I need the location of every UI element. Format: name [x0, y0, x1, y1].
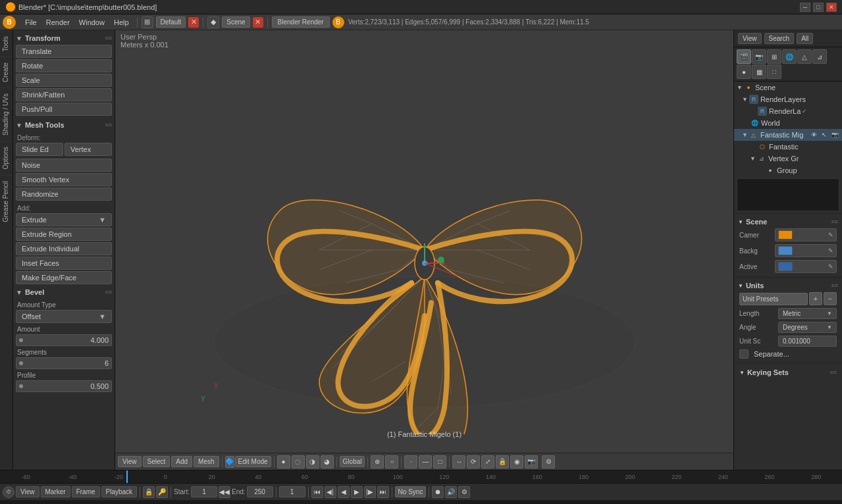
active-value[interactable]: ✎ — [775, 260, 837, 273]
rotate-button[interactable]: Rotate — [16, 59, 112, 72]
eye-icon-tree[interactable]: 👁 — [809, 130, 818, 139]
tl-audio-icon[interactable]: 🔊 — [445, 486, 457, 498]
bevel-header[interactable]: ▼ Bevel ≡≡ — [16, 287, 112, 299]
segments-input[interactable]: 6 — [16, 357, 112, 369]
render-icon-tree[interactable]: 📷 — [830, 130, 839, 139]
extrude-dropdown[interactable]: Extrude ▼ — [16, 213, 112, 226]
menu-help[interactable]: Help — [110, 17, 133, 28]
shading-solid-icon[interactable]: ● — [277, 455, 290, 468]
noise-button[interactable]: Noise — [16, 159, 112, 172]
tl-frame-button[interactable]: Frame — [72, 486, 100, 497]
smooth-vertex-button[interactable]: Smooth Vertex — [16, 173, 112, 186]
rp-all-button[interactable]: All — [797, 33, 813, 44]
scene-props-header[interactable]: ▼ Scene ≡≡ — [737, 216, 839, 227]
preset-remove-icon[interactable]: − — [824, 292, 837, 305]
profile-input[interactable]: 0.500 — [16, 380, 112, 392]
background-value[interactable]: ✎ — [775, 244, 837, 257]
vertex-select-icon[interactable]: · — [404, 455, 417, 468]
tree-item-fantastic[interactable]: ⬡ Fantastic — [734, 141, 842, 153]
vp-mesh-button[interactable]: Mesh — [194, 456, 219, 467]
tl-key-icon[interactable]: 🔑 — [156, 486, 168, 498]
tree-item-fantastic-mig[interactable]: ▼ △ Fantastic Mig 👁 ↖ 📷 — [734, 129, 842, 141]
slide-edge-button[interactable]: Slide Ed — [16, 143, 63, 156]
unit-scale-value[interactable]: 0.001000 — [778, 336, 837, 347]
tl-marker-button[interactable]: Marker — [41, 486, 70, 497]
extrude-individual-button[interactable]: Extrude Individual — [16, 242, 112, 255]
rp-texture-icon[interactable]: ▦ — [752, 64, 766, 79]
push-pull-button[interactable]: Push/Pull — [16, 103, 112, 116]
scale-button[interactable]: Scale — [16, 74, 112, 87]
rotate-view-icon[interactable]: ⟳ — [467, 455, 480, 468]
tl-settings-icon[interactable]: ⚙ — [458, 486, 470, 498]
rp-object-icon[interactable]: △ — [797, 49, 812, 64]
keying-header[interactable]: ▼ Keying Sets ≡≡ — [737, 366, 839, 379]
tree-item-vertex-gr[interactable]: ▼ ⊿ Vertex Gr — [734, 153, 842, 164]
camera-lock-icon[interactable]: 🔒 — [496, 455, 509, 468]
menu-window[interactable]: Window — [75, 17, 109, 28]
shading-material-icon[interactable]: ◑ — [306, 455, 319, 468]
angle-value[interactable]: Degrees ▼ — [778, 322, 837, 333]
rp-material-icon[interactable]: ● — [737, 64, 751, 79]
tl-step-back-icon[interactable]: ◀| — [325, 486, 336, 498]
scene-selector[interactable]: Scene — [222, 16, 250, 28]
rp-mesh-icon[interactable]: ⊿ — [812, 49, 827, 64]
record-icon[interactable]: ◉ — [510, 455, 523, 468]
rp-world-icon[interactable]: 🌐 — [782, 49, 797, 64]
face-select-icon[interactable]: □ — [433, 455, 446, 468]
shrink-button[interactable]: Shrink/Fatten — [16, 88, 112, 101]
tl-view-button[interactable]: View — [16, 486, 39, 497]
snap-icon[interactable]: ⊕ — [371, 455, 384, 468]
transform-header[interactable]: ▼ Transform ≡≡ — [16, 33, 112, 45]
background-edit-icon[interactable]: ✎ — [828, 247, 833, 254]
extra-icon[interactable]: ⚙ — [542, 455, 555, 468]
tl-jump-end-icon[interactable]: ⏭ — [377, 486, 389, 498]
mesh-tools-header[interactable]: ▼ Mesh Tools ≡≡ — [16, 120, 112, 132]
tree-item-renderlayers[interactable]: ▼ R RenderLayers — [734, 93, 842, 105]
menu-render[interactable]: Render — [42, 17, 74, 28]
vp-add-button[interactable]: Add — [171, 456, 192, 467]
inset-faces-button[interactable]: Inset Faces — [16, 257, 112, 270]
menu-file[interactable]: File — [21, 17, 41, 28]
camera-edit-icon[interactable]: ✎ — [828, 232, 833, 238]
proportional-icon[interactable]: ○ — [385, 455, 398, 468]
rp-search-button[interactable]: Search — [764, 33, 795, 44]
minimize-button[interactable]: ─ — [800, 3, 810, 12]
end-value[interactable]: 250 — [247, 486, 273, 497]
tl-lock-icon[interactable]: 🔒 — [143, 486, 155, 498]
separate-checkbox[interactable] — [739, 349, 749, 359]
shading-wire-icon[interactable]: ◌ — [292, 455, 305, 468]
shading-render-icon[interactable]: ◕ — [321, 455, 334, 468]
rp-view-button[interactable]: View — [738, 33, 762, 44]
tl-play-back-icon[interactable]: ◀ — [338, 486, 350, 498]
tree-item-group[interactable]: ● Group — [734, 164, 842, 176]
cursor-icon-tree[interactable]: ↖ — [820, 130, 829, 139]
viewport[interactable]: User Persp Meters x 0.001 — [115, 30, 733, 470]
renderer-selector[interactable]: Blender Render — [272, 16, 330, 28]
tl-playback-button[interactable]: Playback — [101, 486, 138, 497]
edge-select-icon[interactable]: — — [419, 455, 432, 468]
extrude-region-button[interactable]: Extrude Region — [16, 228, 112, 241]
transform-space-selector[interactable]: Global — [340, 456, 365, 467]
close-button[interactable]: ✕ — [826, 3, 837, 12]
sidebar-tab-tools[interactable]: Tools — [0, 30, 13, 57]
scene-close-icon[interactable]: ✕ — [253, 17, 263, 28]
offset-dropdown[interactable]: Offset ▼ — [16, 310, 112, 323]
sync-selector[interactable]: No Sync — [395, 486, 427, 497]
mode-selector[interactable]: Edit Mode — [235, 456, 271, 467]
tl-record-icon[interactable]: ⏺ — [432, 486, 444, 498]
maximize-button[interactable]: □ — [813, 3, 824, 12]
amount-input[interactable]: 4.000 — [16, 334, 112, 346]
make-edge-face-button[interactable]: Make Edge/Face — [16, 271, 112, 284]
sidebar-tab-grease[interactable]: Grease Pencil — [0, 175, 13, 228]
unit-presets-button[interactable]: Unit Presets — [739, 293, 808, 305]
tl-prev-icon[interactable]: ◀◀ — [219, 486, 230, 498]
start-value[interactable]: 1 — [191, 486, 217, 497]
layout-close-icon[interactable]: ✕ — [188, 17, 199, 28]
rp-layers-icon[interactable]: ⊞ — [767, 49, 781, 64]
rp-render-icon[interactable]: 📷 — [752, 49, 766, 64]
vp-view-button[interactable]: View — [118, 456, 142, 467]
length-value[interactable]: Metric ▼ — [778, 308, 837, 319]
scale-view-icon[interactable]: ⤢ — [481, 455, 494, 468]
tree-item-renderla[interactable]: R RenderLa ✓ — [734, 105, 842, 117]
tl-play-icon[interactable]: ▶ — [351, 486, 363, 498]
